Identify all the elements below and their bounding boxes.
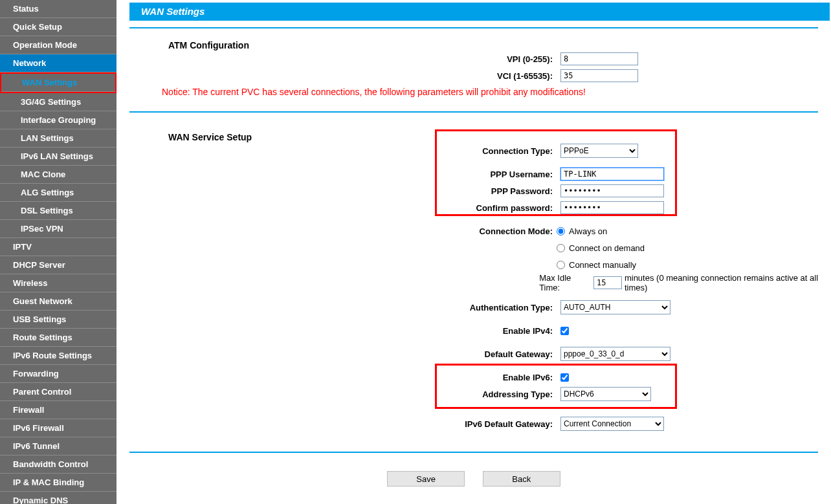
wan-section-title: WAN Service Setup (129, 132, 831, 142)
sidebar-item-parent-control[interactable]: Parent Control (0, 383, 116, 401)
ppp-pass-input[interactable] (560, 184, 664, 197)
sidebar-item-network[interactable]: Network (0, 54, 116, 72)
sidebar-item-guest-network[interactable]: Guest Network (0, 292, 116, 311)
addr-type-label: Addressing Type: (129, 389, 557, 399)
vpi-label: VPI (0-255): (129, 54, 557, 64)
idle-label-post: minutes (0 meaning connection remains ac… (625, 273, 831, 292)
sidebar: Status Quick Setup Operation Mode Networ… (0, 0, 116, 504)
auth-label: Authentication Type: (129, 303, 557, 312)
ppp-conf-input[interactable] (560, 201, 664, 214)
vci-label: VCI (1-65535): (129, 71, 557, 81)
vpi-input[interactable] (560, 52, 638, 65)
sidebar-item-status[interactable]: Status (0, 0, 116, 18)
sidebar-item-usb-settings[interactable]: USB Settings (0, 311, 116, 329)
conn-mode-manual-label: Connect manually (569, 260, 636, 270)
def-gw-label: Default Gateway: (129, 349, 557, 359)
def-gw-select[interactable]: pppoe_0_33_0_d (560, 347, 670, 361)
ipv6-gw-select[interactable]: Current Connection (560, 417, 664, 431)
sidebar-item-quick-setup[interactable]: Quick Setup (0, 18, 116, 36)
ipv6-gw-label: IPv6 Default Gateway: (129, 419, 557, 429)
pvc-notice: Notice: The current PVC has several conn… (129, 84, 831, 105)
sidebar-item-3g4g-settings[interactable]: 3G/4G Settings (0, 93, 116, 111)
sidebar-item-iptv[interactable]: IPTV (0, 238, 116, 256)
conn-type-select[interactable]: PPPoE (560, 144, 638, 158)
idle-label-pre: Max Idle Time: (539, 273, 591, 292)
enable-ipv6-checkbox[interactable] (560, 373, 569, 382)
vci-input[interactable] (560, 69, 638, 82)
divider (129, 111, 818, 113)
sidebar-item-wan-settings[interactable]: WAN Settings (1, 74, 115, 92)
sidebar-item-interface-grouping[interactable]: Interface Grouping (0, 111, 116, 129)
sidebar-item-firewall[interactable]: Firewall (0, 401, 116, 419)
sidebar-item-ipv6-route-settings[interactable]: IPv6 Route Settings (0, 347, 116, 365)
sidebar-item-ip-mac-binding[interactable]: IP & MAC Binding (0, 474, 116, 492)
sidebar-item-lan-settings[interactable]: LAN Settings (0, 129, 116, 148)
sidebar-item-dsl-settings[interactable]: DSL Settings (0, 202, 116, 220)
sidebar-item-operation-mode[interactable]: Operation Mode (0, 36, 116, 54)
idle-time-input[interactable] (593, 276, 622, 289)
sidebar-item-bandwidth-control[interactable]: Bandwidth Control (0, 455, 116, 474)
save-button[interactable]: Save (387, 471, 465, 487)
sidebar-item-dhcp-server[interactable]: DHCP Server (0, 256, 116, 274)
sidebar-item-ipv6-tunnel[interactable]: IPv6 Tunnel (0, 437, 116, 455)
auth-select[interactable]: AUTO_AUTH (560, 300, 670, 314)
sidebar-item-mac-clone[interactable]: MAC Clone (0, 166, 116, 184)
divider (129, 452, 818, 453)
conn-type-label: Connection Type: (129, 146, 557, 156)
back-button[interactable]: Back (483, 471, 560, 487)
conn-mode-always-label: Always on (569, 226, 607, 236)
sidebar-item-forwarding[interactable]: Forwarding (0, 365, 116, 383)
divider (129, 27, 818, 28)
conn-mode-manual-radio[interactable] (557, 261, 565, 269)
sidebar-item-route-settings[interactable]: Route Settings (0, 329, 116, 347)
conn-mode-label: Connection Mode: (129, 226, 557, 236)
main-content: WAN Settings ATM Configuration VPI (0-25… (116, 0, 831, 504)
sidebar-item-wireless[interactable]: Wireless (0, 274, 116, 292)
highlight-wan-settings-nav: WAN Settings (0, 72, 116, 93)
conn-mode-demand-label: Connect on demand (569, 243, 645, 253)
ppp-user-input[interactable] (560, 168, 664, 181)
sidebar-item-ipv6-firewall[interactable]: IPv6 Firewall (0, 419, 116, 437)
sidebar-item-ipv6-lan-settings[interactable]: IPv6 LAN Settings (0, 148, 116, 166)
conn-mode-demand-radio[interactable] (557, 244, 565, 252)
enable-ipv4-label: Enable IPv4: (129, 326, 557, 336)
addr-type-select[interactable]: DHCPv6 (560, 387, 651, 401)
sidebar-item-ipsec-vpn[interactable]: IPSec VPN (0, 220, 116, 238)
enable-ipv4-checkbox[interactable] (560, 327, 569, 335)
ppp-conf-label: Confirm password: (129, 203, 557, 213)
conn-mode-always-radio[interactable] (557, 227, 565, 236)
sidebar-item-dynamic-dns[interactable]: Dynamic DNS (0, 492, 116, 504)
ppp-user-label: PPP Username: (129, 170, 557, 179)
ppp-pass-label: PPP Password: (129, 186, 557, 196)
page-title: WAN Settings (129, 3, 830, 21)
atm-section-title: ATM Configuration (129, 35, 831, 50)
enable-ipv6-label: Enable IPv6: (129, 373, 557, 382)
sidebar-item-alg-settings[interactable]: ALG Settings (0, 184, 116, 202)
